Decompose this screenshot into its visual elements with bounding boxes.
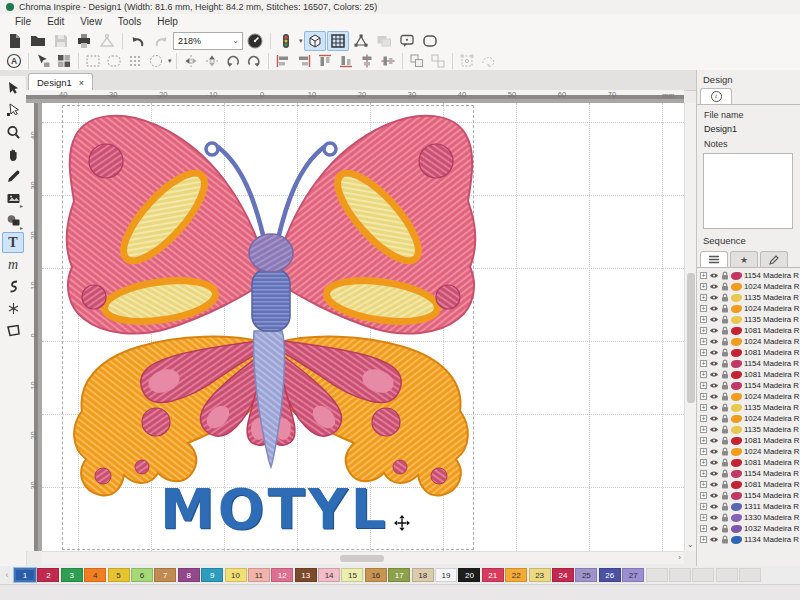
zoom-level-combobox[interactable]: 218%⌄ <box>173 32 243 50</box>
design-info-bubble-icon[interactable] <box>396 31 418 51</box>
lock-icon[interactable] <box>721 392 729 401</box>
sequence-item[interactable]: + 1081 Madeira R <box>697 369 800 380</box>
stitch-simulator-icon[interactable] <box>244 31 266 51</box>
sequence-item[interactable]: + 1024 Madeira R <box>697 391 800 402</box>
transform-box-icon[interactable] <box>457 53 477 69</box>
sequence-item[interactable]: + 1135 Madeira R <box>697 424 800 435</box>
visibility-eye-icon[interactable] <box>709 492 719 499</box>
align-left-icon[interactable] <box>273 53 293 69</box>
expand-icon[interactable]: + <box>700 448 707 455</box>
node-edit-tool-icon[interactable] <box>2 100 24 121</box>
expand-icon[interactable]: + <box>700 272 707 279</box>
select-objects-icon[interactable] <box>33 53 53 69</box>
expand-icon[interactable]: + <box>700 437 707 444</box>
new-document-icon[interactable] <box>4 31 26 51</box>
visibility-eye-icon[interactable] <box>709 393 719 400</box>
lock-icon[interactable] <box>721 436 729 445</box>
chevron-down-icon[interactable]: ▾ <box>299 37 303 45</box>
ungroup-icon[interactable] <box>428 53 448 69</box>
visibility-eye-icon[interactable] <box>709 415 719 422</box>
visibility-eye-icon[interactable] <box>709 437 719 444</box>
visibility-eye-icon[interactable] <box>709 503 719 510</box>
align-top-icon[interactable] <box>315 53 335 69</box>
expand-icon[interactable]: + <box>700 536 707 543</box>
close-icon[interactable]: × <box>79 78 84 88</box>
image-trace-icon[interactable] <box>373 31 395 51</box>
lettering-tool-icon[interactable]: T <box>2 232 24 253</box>
expand-icon[interactable]: + <box>700 426 707 433</box>
visibility-eye-icon[interactable] <box>709 349 719 356</box>
lock-icon[interactable] <box>721 458 729 467</box>
lock-icon[interactable] <box>721 513 729 522</box>
sequence-item[interactable]: + 1024 Madeira R <box>697 303 800 314</box>
scrollbar-thumb[interactable] <box>340 555 384 562</box>
sequence-item[interactable]: + 1024 Madeira R <box>697 413 800 424</box>
draw-tool-icon[interactable] <box>2 166 24 187</box>
sequence-item[interactable]: + 1024 Madeira R <box>697 446 800 457</box>
palette-swatch[interactable]: 1 <box>14 568 36 582</box>
sequence-item[interactable]: + 1311 Madeira R <box>697 501 800 512</box>
scroll-down-icon[interactable]: ⌄ <box>687 540 694 549</box>
expand-icon[interactable]: + <box>700 360 707 367</box>
lock-icon[interactable] <box>721 348 729 357</box>
horizontal-scrollbar[interactable]: › <box>42 551 684 564</box>
lock-icon[interactable] <box>721 480 729 489</box>
visibility-eye-icon[interactable] <box>709 470 719 477</box>
palette-swatch[interactable]: 6 <box>131 568 153 582</box>
design-canvas[interactable]: MOTYL <box>42 103 684 551</box>
lock-icon[interactable] <box>721 403 729 412</box>
palette-swatch[interactable]: 22 <box>505 568 527 582</box>
expand-icon[interactable]: + <box>700 404 707 411</box>
rotate-right-icon[interactable] <box>244 53 264 69</box>
notes-field[interactable] <box>703 153 793 229</box>
menu-item[interactable]: Edit <box>40 15 71 28</box>
scroll-right-icon[interactable]: › <box>678 553 681 562</box>
sequence-item[interactable]: + 1032 Madeira R <box>697 523 800 534</box>
motif-stitch-tool-icon[interactable] <box>2 298 24 319</box>
lock-icon[interactable] <box>721 414 729 423</box>
circle-select-icon[interactable] <box>146 53 166 69</box>
menu-item[interactable]: File <box>8 15 38 28</box>
lock-icon[interactable] <box>721 381 729 390</box>
visibility-eye-icon[interactable] <box>709 481 719 488</box>
visibility-eye-icon[interactable] <box>709 514 719 521</box>
lock-icon[interactable] <box>721 447 729 456</box>
menu-item[interactable]: Tools <box>111 15 148 28</box>
visibility-eye-icon[interactable] <box>709 371 719 378</box>
palette-swatch-empty[interactable] <box>646 568 668 582</box>
expand-icon[interactable]: + <box>700 382 707 389</box>
applique-tool-icon[interactable] <box>2 320 24 341</box>
chevron-down-icon[interactable]: ▾ <box>168 57 172 65</box>
expand-icon[interactable]: + <box>700 481 707 488</box>
expand-icon[interactable]: + <box>700 470 707 477</box>
sequence-item[interactable]: + 1024 Madeira R <box>697 281 800 292</box>
color-blocks-icon[interactable] <box>54 53 74 69</box>
palette-swatch[interactable]: 19 <box>435 568 457 582</box>
palette-swatch[interactable]: 3 <box>61 568 83 582</box>
palette-swatch[interactable]: 5 <box>108 568 130 582</box>
sequence-item[interactable]: + 1134 Madeira R <box>697 534 800 545</box>
zoom-tool-icon[interactable] <box>2 122 24 143</box>
select-tool-icon[interactable] <box>2 78 24 99</box>
lock-icon[interactable] <box>721 491 729 500</box>
lock-icon[interactable] <box>721 304 729 313</box>
visibility-eye-icon[interactable] <box>709 426 719 433</box>
palette-swatch[interactable]: 10 <box>225 568 247 582</box>
monogram-tool-icon[interactable]: m <box>2 254 24 275</box>
visibility-eye-icon[interactable] <box>709 338 719 345</box>
hoop-grid-icon[interactable] <box>327 31 349 51</box>
lock-icon[interactable] <box>721 524 729 533</box>
visibility-eye-icon[interactable] <box>709 382 719 389</box>
run-stitch-tool-icon[interactable] <box>2 276 24 297</box>
vertical-scrollbar[interactable]: ⌄ <box>684 103 696 551</box>
palette-swatch[interactable]: 8 <box>178 568 200 582</box>
visibility-eye-icon[interactable] <box>709 305 719 312</box>
visibility-eye-icon[interactable] <box>709 272 719 279</box>
visibility-eye-icon[interactable] <box>709 360 719 367</box>
lettering-a-icon[interactable]: A <box>4 53 24 69</box>
visibility-eye-icon[interactable] <box>709 316 719 323</box>
palette-swatch-empty[interactable] <box>739 568 761 582</box>
rotate-left-icon[interactable] <box>223 53 243 69</box>
lock-icon[interactable] <box>721 359 729 368</box>
expand-icon[interactable]: + <box>700 338 707 345</box>
